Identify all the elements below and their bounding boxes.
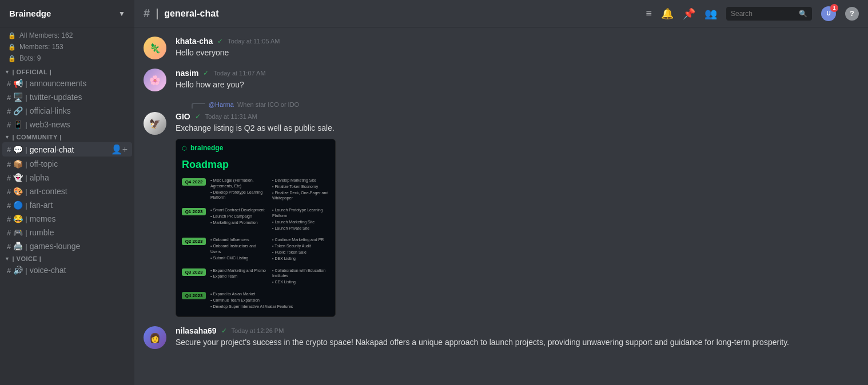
roadmap-col: Expand Marketing and Promo Expand Team xyxy=(210,268,268,286)
roadmap-header: ⬡ brainedge xyxy=(176,139,335,157)
message-header: nasim ✓ Today at 11:07 AM xyxy=(176,69,859,78)
roadmap-item-text: Onboard Influencers Onboard Instructors … xyxy=(210,237,268,260)
sidebar-item-twitter-updates[interactable]: # 🖥️ | twitter-updates xyxy=(2,91,132,103)
lock-icon: 🔒 xyxy=(8,55,16,62)
roadmap-item-text: Expand to Asian Market Continue Team Exp… xyxy=(210,291,329,309)
category-official[interactable]: ▼ | OFFICIAL | xyxy=(0,66,134,77)
username: khata-cha xyxy=(176,37,213,46)
category-community[interactable]: ▼ | COMMUNITY | xyxy=(0,131,134,142)
roadmap-items: Smart Contract Development Launch PR Cam… xyxy=(210,207,329,231)
sidebar-item-fan-art[interactable]: # 🔵 | fan-art xyxy=(2,199,132,211)
voice-emoji: 🔊 xyxy=(13,266,23,275)
message-text: Exchange listing is Q2 as well as public… xyxy=(176,122,336,134)
avatar: 🦎 xyxy=(144,37,166,59)
roadmap-row: Q4 2022 Misc Legal (Formation, Agreement… xyxy=(182,178,329,202)
sidebar-item-off-topic[interactable]: # 📦 | off-topic xyxy=(2,158,132,170)
roadmap-item-text: Develop Marketing Site Finalize Token Ec… xyxy=(272,178,329,201)
alpha-emoji: 👻 xyxy=(13,173,23,182)
avatar: 🌸 xyxy=(144,69,166,91)
roadmap-embed[interactable]: ⬡ brainedge Roadmap Q4 2022 xyxy=(176,139,336,317)
sidebar-item-rumble[interactable]: # 🎮 | rumble xyxy=(2,226,132,239)
table-row: 🦎 khata-cha ✓ Today at 11:05 AM Hello ev… xyxy=(144,37,859,59)
table-row: @Harma When star ICO or IDO 🦅 GIO ✓ Toda… xyxy=(144,101,859,317)
timestamp: Today at 11:05 AM xyxy=(228,38,280,45)
roadmap-row: Q2 2023 Onboard Influencers Onboard Inst… xyxy=(182,237,329,262)
username: GIO xyxy=(176,112,190,121)
roadmap-badge: Q2 2023 xyxy=(182,238,206,245)
roadmap-items: Expand to Asian Market Continue Team Exp… xyxy=(210,291,329,310)
roadmap-item-text: Collaboration with Education Institutes … xyxy=(272,268,329,285)
user-avatar[interactable]: U 1 xyxy=(821,6,836,21)
help-icon[interactable]: ? xyxy=(845,7,859,21)
roadmap-col: Collaboration with Education Institutes … xyxy=(272,268,329,286)
avatar: 🦅 xyxy=(144,112,166,135)
hash-icon: # xyxy=(7,201,11,210)
links-emoji: 🔗 xyxy=(13,106,23,115)
general-emoji: 💬 xyxy=(13,145,23,154)
roadmap-col: Launch Prototype Learning Platform Launc… xyxy=(272,207,329,231)
table-row: 👩 nilasaha69 ✓ Today at 12:26 PM Secure … xyxy=(144,326,859,349)
roadmap-col: Onboard Influencers Onboard Instructors … xyxy=(210,237,268,262)
members-icon[interactable]: 👥 xyxy=(704,7,717,20)
sidebar-item-announcements[interactable]: # 📢 | announcements xyxy=(2,77,132,90)
sidebar-item-official-links[interactable]: # 🔗 | official-links xyxy=(2,105,132,117)
collapse-arrow-icon: ▼ xyxy=(5,69,10,75)
sidebar-item-web3-news[interactable]: # 📱 | web3-news xyxy=(2,118,132,131)
username: nasim xyxy=(176,69,198,78)
search-input[interactable] xyxy=(731,10,797,18)
roadmap-logo: brainedge xyxy=(190,144,223,152)
message-content: nilasaha69 ✓ Today at 12:26 PM Secure yo… xyxy=(176,326,859,348)
roadmap-col: Misc Legal (Formation, Agreements, Etc) … xyxy=(210,178,268,202)
search-bar[interactable]: 🔍 xyxy=(726,7,812,21)
roadmap-badge: Q1 2023 xyxy=(182,208,206,215)
channel-hash-icon: # xyxy=(144,7,150,20)
message-content: GIO ✓ Today at 11:31 AM Exchange listing… xyxy=(176,112,336,317)
hash-icon: # xyxy=(7,93,11,102)
verified-icon: ✓ xyxy=(195,113,201,121)
hash-icon: # xyxy=(7,187,11,196)
server-header[interactable]: Brainedge ▼ xyxy=(0,0,134,27)
sidebar-item-games-lounge[interactable]: # 🖨️ | games-lounge xyxy=(2,240,132,252)
sidebar-item-general-chat[interactable]: # 💬 | general-chat 👤+ xyxy=(2,142,132,157)
verified-icon: ✓ xyxy=(217,37,223,45)
sidebar-item-alpha[interactable]: # 👻 | alpha xyxy=(2,171,132,184)
sidebar-item-memes[interactable]: # 😂 | memes xyxy=(2,212,132,225)
channel-divider: | xyxy=(156,7,158,20)
reply-text: When star ICO or IDO xyxy=(237,101,299,108)
fanart-emoji: 🔵 xyxy=(13,200,23,210)
pin-icon[interactable]: 📌 xyxy=(683,7,695,20)
threads-icon[interactable]: ≡ xyxy=(646,7,652,19)
top-bar-icons: ≡ 🔔 📌 👥 🔍 U 1 ? xyxy=(646,6,859,21)
timestamp: Today at 11:31 AM xyxy=(205,113,257,120)
roadmap-item-text: Expand Marketing and Promo Expand Team xyxy=(210,268,268,280)
hash-icon: # xyxy=(7,266,11,275)
roadmap-badge: Q4 2022 xyxy=(182,178,206,186)
art-emoji: 🎨 xyxy=(13,187,23,196)
roadmap-row: Q1 2023 Smart Contract Development Launc… xyxy=(182,207,329,231)
channel-title: general-chat xyxy=(164,9,218,19)
sidebar-item-art-contest[interactable]: # 🎨 | art-contest xyxy=(2,185,132,198)
message-text: Hello how are you? xyxy=(176,79,859,91)
roadmap-row: Q4 2023 Expand to Asian Market Continue … xyxy=(182,291,329,310)
bots-stat: 🔒 Bots: 9 xyxy=(6,53,129,64)
collapse-arrow-icon: ▼ xyxy=(5,134,10,140)
roadmap-item-text: Continue Marketing and PR Token Security… xyxy=(272,237,329,261)
offtopic-emoji: 📦 xyxy=(13,159,23,169)
roadmap-title: Roadmap xyxy=(176,157,335,175)
hash-icon: # xyxy=(7,145,11,154)
hash-icon: # xyxy=(7,107,11,115)
category-voice[interactable]: ▼ | VOICE | xyxy=(0,253,134,263)
messages-area[interactable]: 🦎 khata-cha ✓ Today at 11:05 AM Hello ev… xyxy=(134,27,868,385)
add-member-icon[interactable]: 👤+ xyxy=(111,144,128,155)
roadmap-col: Continue Marketing and PR Token Security… xyxy=(272,237,329,262)
roadmap-badge: Q3 2023 xyxy=(182,268,206,276)
message-text: Secure your project's success in the cry… xyxy=(176,336,859,348)
notification-badge: 1 xyxy=(830,4,838,12)
reply-mention: @Harma xyxy=(209,101,234,108)
roadmap-item-text: Smart Contract Development Launch PR Cam… xyxy=(210,207,268,225)
all-members-stat: 🔒 All Members: 162 xyxy=(6,30,129,41)
sidebar-item-voice-chat[interactable]: # 🔊 | voice-chat xyxy=(2,264,132,276)
table-row: 🌸 nasim ✓ Today at 11:07 AM Hello how ar… xyxy=(144,69,859,91)
bell-icon[interactable]: 🔔 xyxy=(661,7,674,20)
verified-icon: ✓ xyxy=(221,327,227,335)
